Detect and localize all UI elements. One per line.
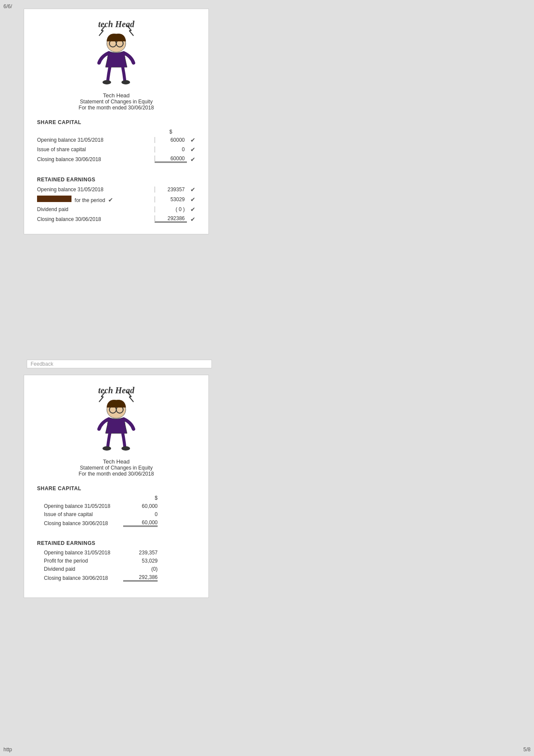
re-closing-balance-label: Closing balance 30/06/2018 [37, 216, 155, 222]
answer-sc-heading: SHARE CAPITAL [37, 485, 196, 492]
sc-opening-balance-label: Opening balance 31/05/2018 [37, 137, 155, 143]
answer-sc-opening-label: Opening balance 31/05/2018 [37, 503, 123, 509]
company-info: Tech Head Statement of Changes in Equity… [37, 92, 196, 111]
svg-line-20 [129, 397, 134, 402]
svg-point-26 [121, 446, 130, 451]
svg-line-6 [129, 31, 134, 36]
answer-company-name: Tech Head [37, 458, 196, 465]
page-indicator-bottom: 5/8 [523, 747, 531, 753]
answer-sc-closing-value: 60,000 [123, 520, 158, 527]
answer-sc-issue-value: 0 [123, 511, 158, 517]
sc-opening-balance-check: ✔ [190, 137, 196, 143]
re-closing-balance-value: 292386 [155, 215, 187, 223]
re-closing-balance-check: ✔ [190, 216, 196, 223]
re-opening-balance-label: Opening balance 31/05/2018 [37, 187, 155, 193]
re-dividend-row: Dividend paid ( 0 ) ✔ [37, 206, 196, 213]
answer-sc-header-row: $ [37, 495, 196, 501]
re-opening-balance-row: Opening balance 31/05/2018 239357 ✔ [37, 186, 196, 193]
answer-re-dividend-row: Dividend paid (0) [37, 566, 196, 572]
answer-re-dividend-value: (0) [123, 566, 158, 572]
answer-re-dividend-label: Dividend paid [37, 566, 123, 572]
answer-card: tech Head Tech Head Statement of Changes… [24, 375, 209, 598]
answer-tech-head-logo: tech Head [82, 384, 151, 453]
answer-re-opening-row: Opening balance 31/05/2018 239,357 [37, 550, 196, 556]
sc-issue-label: Issue of share capital [37, 146, 155, 152]
answer-dollar-symbol: $ [123, 495, 158, 501]
sc-opening-balance-value: 60000 [155, 137, 187, 143]
answer-re-heading: RETAINED EARNINGS [37, 540, 196, 546]
tech-head-logo: tech Head [82, 18, 151, 87]
answer-re-closing-row: Closing balance 30/06/2018 292,386 [37, 574, 196, 582]
svg-line-17 [99, 397, 103, 402]
share-capital-heading: SHARE CAPITAL [37, 119, 196, 125]
answer-sc-opening-row: Opening balance 31/05/2018 60,000 [37, 503, 196, 509]
url-indicator: http [3, 747, 12, 753]
student-submission-card: tech Head [24, 9, 209, 234]
answer-report-period: For the month ended 30/06/2018 [37, 471, 196, 477]
answer-re-profit-row: Profit for the period 53,029 [37, 558, 196, 564]
sc-issue-value: 0 [155, 146, 187, 152]
re-closing-balance-row: Closing balance 30/06/2018 292386 ✔ [37, 215, 196, 223]
share-capital-header-row: $ [37, 129, 196, 135]
feedback-label: Feedback [27, 360, 212, 368]
sc-closing-balance-check: ✔ [190, 156, 196, 163]
re-profit-row: for the period ✔ 53029 ✔ [37, 196, 196, 203]
svg-point-13 [121, 80, 130, 84]
re-opening-balance-value: 239357 [155, 187, 187, 193]
re-profit-check: ✔ [190, 196, 196, 203]
report-period: For the month ended 30/06/2018 [37, 105, 196, 111]
svg-line-3 [99, 31, 103, 36]
re-dividend-label: Dividend paid [37, 206, 155, 212]
answer-re-profit-value: 53,029 [123, 558, 158, 564]
sc-closing-balance-row: Closing balance 30/06/2018 60000 ✔ [37, 156, 196, 163]
report-title: Statement of Changes in Equity [37, 99, 196, 105]
answer-sc-issue-label: Issue of share capital [37, 511, 123, 517]
svg-point-25 [102, 446, 111, 451]
svg-point-12 [102, 80, 111, 84]
re-dividend-check: ✔ [190, 206, 196, 213]
answer-report-title: Statement of Changes in Equity [37, 465, 196, 471]
sc-issue-check: ✔ [190, 146, 196, 153]
answer-re-closing-label: Closing balance 30/06/2018 [37, 575, 123, 581]
for-the-period-label: for the period [75, 197, 105, 203]
page-indicator-top: 6/6/ [3, 3, 12, 9]
retained-earnings-heading: RETAINED EARNINGS [37, 177, 196, 183]
answer-sc-closing-row: Closing balance 30/06/2018 60,000 [37, 520, 196, 527]
re-profit-label: for the period ✔ [37, 196, 155, 203]
dollar-header: $ [155, 129, 187, 135]
company-name: Tech Head [37, 92, 196, 99]
answer-sc-opening-value: 60,000 [123, 503, 158, 509]
sc-closing-balance-label: Closing balance 30/06/2018 [37, 156, 155, 162]
answer-sc-closing-label: Closing balance 30/06/2018 [37, 520, 123, 526]
redacted-text [37, 196, 71, 202]
re-profit-check-inline: ✔ [108, 196, 113, 203]
answer-logo-area: tech Head [37, 384, 196, 454]
re-dividend-value: ( 0 ) [155, 206, 187, 212]
sc-opening-balance-row: Opening balance 31/05/2018 60000 ✔ [37, 137, 196, 143]
answer-re-opening-label: Opening balance 31/05/2018 [37, 550, 123, 556]
answer-re-closing-value: 292,386 [123, 574, 158, 582]
logo-area: tech Head [37, 18, 196, 88]
sc-closing-balance-value: 60000 [155, 156, 187, 163]
re-opening-balance-check: ✔ [190, 186, 196, 193]
answer-company-info: Tech Head Statement of Changes in Equity… [37, 458, 196, 477]
answer-sc-issue-row: Issue of share capital 0 [37, 511, 196, 517]
re-profit-value: 53029 [155, 196, 187, 202]
sc-issue-row: Issue of share capital 0 ✔ [37, 146, 196, 153]
answer-re-opening-value: 239,357 [123, 550, 158, 556]
answer-re-profit-label: Profit for the period [37, 558, 123, 564]
